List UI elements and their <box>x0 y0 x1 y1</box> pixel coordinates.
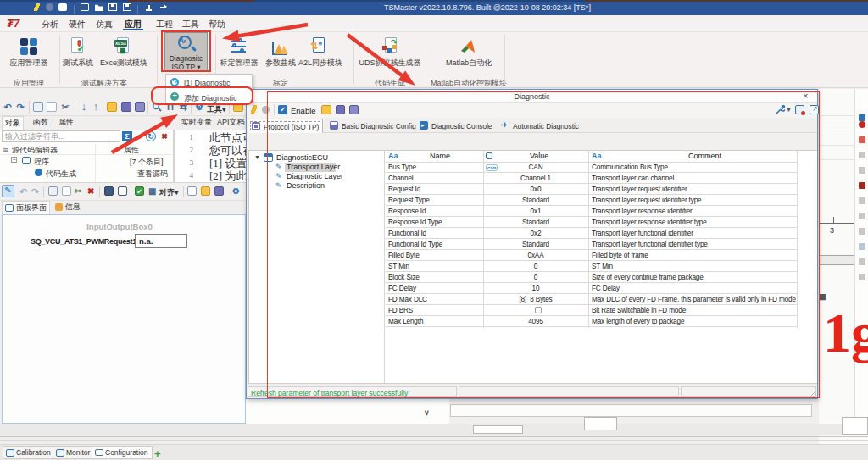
export-icon[interactable] <box>159 3 167 11</box>
panel-mini-icon[interactable] <box>859 136 865 143</box>
dialog-close-button[interactable]: × <box>801 91 810 101</box>
dialog-tab-basic-config[interactable]: Basic Diagnostic Config <box>326 119 415 133</box>
column-header-name[interactable]: Aa Name <box>386 151 483 162</box>
panel-mini-icon[interactable] <box>859 274 865 280</box>
wrench-icon[interactable] <box>775 105 785 114</box>
enable-checkbox[interactable]: ✔ <box>278 105 287 114</box>
panel-mini-icon[interactable] <box>859 213 865 219</box>
tab-functions[interactable]: 函数 <box>31 116 51 130</box>
connect-icon[interactable] <box>34 3 40 11</box>
ungroup-icon[interactable] <box>118 186 127 196</box>
menu-help[interactable]: 帮助 <box>207 19 227 30</box>
copy-icon[interactable] <box>47 102 57 112</box>
apply-icon[interactable]: ✔ <box>135 186 144 196</box>
dialog-share-icon[interactable]: ↗ <box>810 105 819 114</box>
move-up-icon[interactable]: ↑ <box>91 102 101 112</box>
grid-icon[interactable]: ▦ <box>148 186 156 196</box>
menu-simulation[interactable]: 仿真 <box>94 19 114 30</box>
forward-icon[interactable]: ↷ <box>15 102 25 112</box>
new-panel-icon[interactable] <box>187 186 197 196</box>
redo-icon[interactable]: ↷ <box>31 186 39 197</box>
menu-application[interactable]: 应用 <box>123 19 143 30</box>
dialog-save-icon[interactable] <box>336 105 345 114</box>
panel-mini-icon[interactable] <box>859 152 865 158</box>
expand-icon[interactable]: ▼ <box>254 154 260 160</box>
open-panel-icon[interactable] <box>201 186 210 196</box>
tab-realtime-vars[interactable]: 实时变量 <box>179 116 214 130</box>
tree-row-codegen[interactable]: 代码生成 查看源码 <box>0 168 174 179</box>
paste2-icon[interactable] <box>48 186 58 196</box>
ribbon-button-a2l-sync[interactable]: ⇅ ≣ A2L同步模块 <box>298 34 341 69</box>
menu-item-diagnostic-1[interactable]: ∿ [1] Diagnostic <box>166 75 252 90</box>
dialog-tab-protocol[interactable]: Protocol (ISO TP) <box>248 119 323 133</box>
io-value-input[interactable]: n.a. <box>135 234 187 248</box>
tree-row-program[interactable]: − 程序 [7 个条目] <box>0 156 174 167</box>
tree-node-diagnostic[interactable]: ✎ Diagnostic Layer <box>249 172 385 181</box>
bottom-tab-configuration[interactable]: Configuration <box>92 446 153 459</box>
tree-node-root[interactable]: ▼ DiagnosticECU <box>249 153 385 163</box>
menu-hardware[interactable]: 硬件 <box>67 19 87 30</box>
open-folder-icon[interactable] <box>107 102 117 112</box>
cut-icon[interactable]: ✂ <box>60 102 70 112</box>
ribbon-button-matlab[interactable]: Matlab自动化 <box>441 34 497 69</box>
paste-icon[interactable] <box>33 102 43 112</box>
panel-mini-icon[interactable] <box>859 228 865 235</box>
tab-panel-ui[interactable]: 面板界面 <box>2 201 50 214</box>
cut2-icon[interactable]: ✂ <box>75 186 81 196</box>
ribbon-button-diagnostic-isotp[interactable]: ∿ Diagnositc ISO TP ▾ <box>164 32 208 71</box>
dialog-tab-console[interactable]: ▸ Diagnostic Console <box>416 119 494 133</box>
save-as-icon[interactable] <box>123 3 131 11</box>
align-dropdown[interactable]: 对齐▾ <box>159 187 179 198</box>
tools-dropdown[interactable]: 工具▾ <box>207 104 226 115</box>
bottom-tab-calibration[interactable]: Calibration <box>3 446 55 459</box>
ribbon-button-calib-manager[interactable]: 标定管理器 <box>219 34 259 69</box>
ribbon-button-app-manager[interactable]: 应用管理器 <box>5 34 53 69</box>
gear2-icon[interactable]: ⚙ <box>232 186 240 196</box>
record-icon[interactable] <box>46 3 53 11</box>
new-file-icon[interactable] <box>81 3 89 11</box>
dialog-save-as-icon[interactable] <box>349 105 359 114</box>
refresh-icon[interactable]: ↻ <box>146 131 156 141</box>
message-icon[interactable] <box>58 3 67 11</box>
panel-mini-icon[interactable] <box>859 167 865 174</box>
bottom-tab-monitor[interactable]: Monitor <box>53 446 94 459</box>
edit-mode-button[interactable]: ✎ <box>2 185 14 197</box>
back-icon[interactable]: ↶ <box>3 102 13 112</box>
search-icon[interactable] <box>152 102 162 112</box>
arrow-down-icon[interactable]: ↓ <box>134 131 144 141</box>
dialog-tab-automatic[interactable]: ✈ Automatic Diagnostic <box>498 119 582 133</box>
move-down-icon[interactable]: ↓ <box>79 102 89 112</box>
menu-analysis[interactable]: 分析 <box>40 19 60 30</box>
dialog-open-icon[interactable] <box>321 105 331 114</box>
panel-mini-icon[interactable] <box>859 182 865 189</box>
add-page-button[interactable]: + <box>154 447 161 460</box>
clear-filter-icon[interactable]: ✖ <box>159 131 170 141</box>
column-header-value[interactable]: Value <box>483 151 588 162</box>
ribbon-button-uds-generator[interactable]: ↷ UDS协议栈生成器 <box>356 34 424 69</box>
wrench-caret-icon[interactable]: ▼ <box>786 107 792 113</box>
scroll-track-upper[interactable] <box>450 404 812 417</box>
open-file-icon[interactable] <box>95 3 103 11</box>
save-icon[interactable] <box>108 3 117 11</box>
import-icon[interactable] <box>145 3 153 11</box>
tab-objects[interactable]: 对象 <box>2 116 24 130</box>
tree-node-transport[interactable]: ✎ Transport Layer <box>249 163 385 172</box>
save-icon[interactable] <box>121 102 131 112</box>
panel-mini-icon[interactable] <box>859 121 865 128</box>
filter-input[interactable]: 输入过滤字符串... <box>2 130 120 142</box>
panel-mini-icon[interactable] <box>859 258 865 265</box>
combo-chevron-icon[interactable]: ∨ <box>424 408 430 417</box>
hscroll-thumb[interactable] <box>473 425 523 434</box>
delete-icon[interactable]: ✖ <box>87 186 94 196</box>
ribbon-button-test-system[interactable]: ✎ ✔ 测试系统 <box>59 34 97 69</box>
copy2-icon[interactable] <box>62 186 71 196</box>
tab-api-docs[interactable]: API文档 <box>214 116 248 130</box>
collapse-icon[interactable]: − <box>11 157 17 163</box>
ribbon-button-param-curve[interactable]: 参数曲线 <box>263 34 298 69</box>
ribbon-button-excel-module[interactable]: XLSX ▦ Exce测试模块 <box>97 34 151 69</box>
group-icon[interactable] <box>104 186 114 196</box>
panel-mini-icon[interactable] <box>859 114 865 121</box>
menu-tools[interactable]: 工具 <box>181 19 201 30</box>
menu-item-add-diagnostic[interactable]: + 添加 Diagnostic <box>166 90 252 104</box>
save-panel-icon[interactable] <box>214 186 224 196</box>
